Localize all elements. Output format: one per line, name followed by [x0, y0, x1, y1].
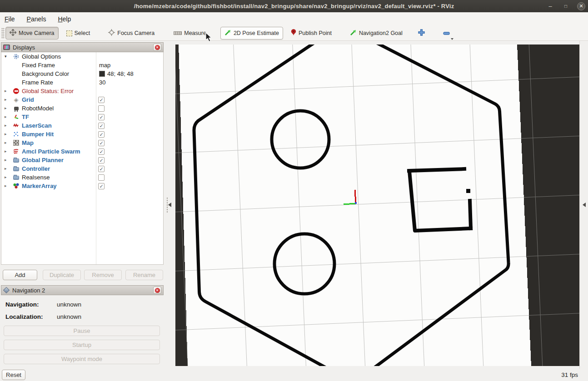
remove-tool-button[interactable]	[440, 27, 453, 40]
folder-icon	[13, 176, 19, 180]
row-frame-rate[interactable]: Frame Rate 30	[1, 78, 163, 87]
tool-select[interactable]: Select	[62, 27, 95, 40]
mouse-cursor	[205, 32, 213, 45]
expand-arrow-icon[interactable]: ▸	[5, 132, 9, 136]
navigation-label: Navigation:	[5, 301, 39, 308]
bumper-hit-dots-icon	[13, 131, 19, 137]
tool-move-camera[interactable]: Move Camera	[5, 27, 59, 40]
expand-arrow-icon[interactable]: ▸	[5, 140, 9, 145]
waypoint-mode-button[interactable]: Waypoint mode	[4, 354, 160, 364]
row-grid[interactable]: ▸ ◈ Grid ✓	[1, 95, 163, 104]
row-bumper-hit[interactable]: ▸ Bumper Hit ✓	[1, 130, 163, 139]
row-global-status[interactable]: ▸ Global Status: Error	[1, 87, 163, 95]
displays-close-button[interactable]: ✕	[153, 44, 161, 51]
collapse-left-arrow-icon[interactable]	[168, 203, 171, 207]
row-background-color[interactable]: Background Color 48; 48; 48	[1, 69, 163, 78]
realsense-checkbox[interactable]	[98, 174, 105, 181]
bumper-hit-checkbox[interactable]: ✓	[98, 131, 105, 138]
rename-display-button[interactable]: Rename	[125, 270, 163, 280]
displays-panel-header[interactable]: Displays ✕	[1, 42, 164, 52]
grid-checkbox[interactable]: ✓	[98, 97, 105, 103]
controller-checkbox[interactable]: ✓	[98, 166, 105, 172]
markerarray-checkbox[interactable]: ✓	[98, 183, 105, 189]
robotmodel-checkbox[interactable]	[98, 105, 105, 112]
laserscan-checkbox[interactable]: ✓	[98, 123, 105, 129]
expand-arrow-icon[interactable]: ▸	[5, 158, 9, 162]
reset-button[interactable]: Reset	[2, 370, 25, 380]
collapse-right-arrow-icon[interactable]	[583, 203, 586, 207]
expand-arrow-icon[interactable]: ▸	[5, 175, 9, 179]
startup-button[interactable]: Startup	[4, 340, 160, 350]
row-global-options[interactable]: ▾ Global Options	[1, 52, 163, 61]
row-map[interactable]: ▸ Map ✓	[1, 139, 163, 147]
menu-file[interactable]: File	[5, 15, 15, 23]
global-planner-checkbox[interactable]: ✓	[98, 157, 105, 163]
row-tf[interactable]: ▸ TF ✓	[1, 113, 163, 121]
map-icon	[13, 140, 19, 146]
tool-2d-pose-estimate[interactable]: 2D Pose Estimate	[220, 27, 283, 40]
frame-rate-value[interactable]: 30	[99, 79, 105, 86]
maximize-button[interactable]: □	[562, 2, 570, 10]
tool-label: 2D Pose Estimate	[234, 30, 279, 36]
expand-arrow-icon[interactable]: ▸	[5, 183, 9, 188]
close-button[interactable]: ✕	[577, 2, 585, 10]
expand-arrow-icon[interactable]: ▸	[5, 166, 9, 171]
row-controller[interactable]: ▸ Controller ✓	[1, 164, 163, 173]
expand-arrow-icon[interactable]: ▸	[5, 114, 9, 119]
menu-panels[interactable]: Panels	[27, 15, 46, 23]
localization-status: unknown	[57, 313, 81, 320]
localization-label: Localization:	[5, 313, 43, 320]
plus-icon	[418, 29, 425, 37]
fps-counter: 31 fps	[561, 371, 578, 378]
tool-dropdown-arrow-icon[interactable]	[451, 38, 453, 40]
row-global-planner[interactable]: ▸ Global Planner ✓	[1, 156, 163, 164]
collapse-arrow-icon[interactable]: ▾	[5, 54, 9, 59]
row-realsense[interactable]: ▸ Realsense	[1, 173, 163, 182]
statusbar: Reset 31 fps	[0, 369, 588, 381]
expand-arrow-icon[interactable]: ▸	[5, 106, 9, 110]
tf-checkbox[interactable]: ✓	[98, 114, 105, 120]
fixed-frame-value[interactable]: map	[99, 62, 110, 69]
error-icon	[13, 88, 19, 94]
tool-navigation2-goal[interactable]: Navigation2 Goal	[346, 27, 407, 40]
render-viewport[interactable]	[175, 45, 579, 366]
nav2-panel-header[interactable]: Navigation 2 ✕	[1, 285, 164, 295]
row-markerarray[interactable]: ▸ MarkerArray ✓	[1, 182, 163, 190]
background-color-value[interactable]: 48; 48; 48	[99, 70, 134, 77]
navigation2-goal-arrow-icon	[350, 29, 357, 37]
amcl-checkbox[interactable]: ✓	[98, 148, 105, 155]
expand-arrow-icon[interactable]: ▸	[5, 89, 9, 93]
row-robotmodel[interactable]: ▸ RobotModel	[1, 104, 163, 113]
add-display-button[interactable]: Add	[3, 270, 37, 280]
minus-icon	[443, 30, 450, 36]
tool-label: Publish Point	[299, 30, 332, 36]
tool-label: Move Camera	[19, 30, 55, 36]
add-tool-button[interactable]	[415, 27, 428, 40]
tool-label: Navigation2 Goal	[359, 30, 403, 36]
panel-splitter[interactable]	[164, 41, 175, 369]
duplicate-display-button[interactable]: Duplicate	[43, 270, 81, 280]
robot-icon	[14, 107, 19, 110]
toolbar-drag-handle[interactable]	[1, 28, 5, 39]
right-panel-strip[interactable]	[579, 41, 588, 369]
expand-arrow-icon[interactable]: ▸	[5, 97, 9, 102]
minimize-button[interactable]: –	[546, 2, 554, 10]
row-amcl-particle-swarm[interactable]: ▸ Amcl Particle Swarm ✓	[1, 147, 163, 156]
navigation-status: unknown	[57, 301, 81, 308]
tool-focus-camera[interactable]: Focus Camera	[104, 27, 159, 40]
tool-measure[interactable]: Measure	[169, 27, 210, 40]
pause-button[interactable]: Pause	[4, 326, 160, 336]
expand-arrow-icon[interactable]: ▸	[5, 123, 9, 128]
row-laserscan[interactable]: ▸ LaserScan ✓	[1, 121, 163, 130]
row-fixed-frame[interactable]: Fixed Frame map	[1, 61, 163, 69]
focus-camera-icon	[108, 29, 115, 37]
remove-display-button[interactable]: Remove	[84, 270, 122, 280]
expand-arrow-icon[interactable]: ▸	[5, 149, 9, 153]
menu-help[interactable]: Help	[58, 15, 71, 23]
tf-axes-icon	[13, 114, 19, 120]
tool-publish-point[interactable]: Publish Point	[287, 27, 336, 40]
titlebar[interactable]: /home/mzebra/code/github/fishbot/install…	[0, 0, 588, 12]
map-checkbox[interactable]: ✓	[98, 140, 105, 146]
color-swatch	[99, 71, 105, 77]
nav2-close-button[interactable]: ✕	[153, 287, 161, 294]
